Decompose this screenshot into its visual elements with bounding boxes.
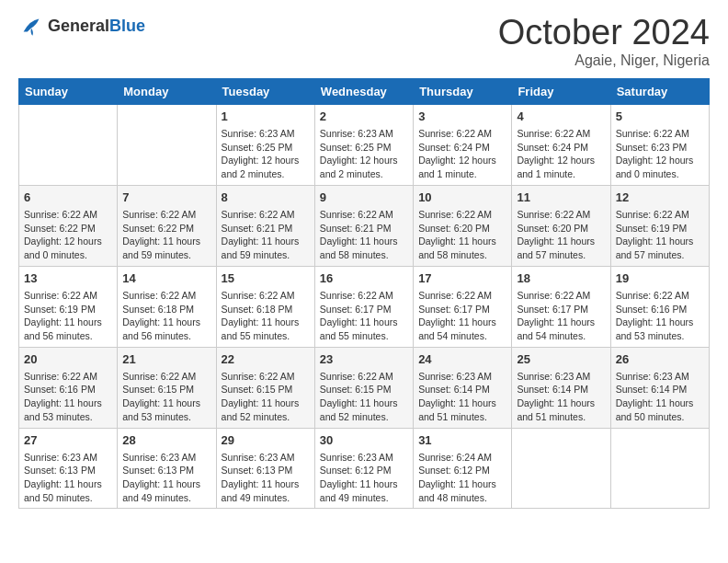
day-info-line: and 52 minutes. [222,410,310,424]
day-info-line: Daylight: 11 hours [616,316,704,329]
day-info-line: Daylight: 11 hours [517,235,605,248]
day-info-line: Daylight: 11 hours [122,396,210,410]
day-info-line: and 2 minutes. [222,167,310,181]
day-info-line: Sunset: 6:17 PM [320,303,408,316]
week-row-5: 27Sunrise: 6:23 AMSunset: 6:13 PMDayligh… [19,428,710,509]
day-info-line: Daylight: 11 hours [222,235,310,248]
day-info-line: and 1 minute. [418,167,506,181]
title-block: October 2024 Agaie, Niger, Nigeria [498,14,710,69]
day-info-line: Sunset: 6:13 PM [24,464,112,477]
day-info-line: and 51 minutes. [418,410,506,424]
day-number: 19 [616,270,704,287]
calendar-cell: 13Sunrise: 6:22 AMSunset: 6:19 PMDayligh… [19,266,118,347]
day-info-line: Sunset: 6:20 PM [517,222,605,236]
day-number: 28 [122,432,210,449]
day-info-line: Sunset: 6:16 PM [616,303,704,316]
day-number: 12 [616,190,704,206]
day-info-line: Sunrise: 6:22 AM [320,208,408,222]
day-info-line: Sunset: 6:14 PM [517,383,605,396]
day-info-line: and 49 minutes. [222,491,310,505]
calendar-cell: 20Sunrise: 6:22 AMSunset: 6:16 PMDayligh… [19,347,118,428]
calendar-cell: 23Sunrise: 6:22 AMSunset: 6:15 PMDayligh… [314,347,413,428]
header: GeneralBlue October 2024 Agaie, Niger, N… [18,14,710,69]
calendar-cell: 31Sunrise: 6:24 AMSunset: 6:12 PMDayligh… [414,428,512,509]
calendar-cell [19,104,118,185]
day-info-line: Sunset: 6:14 PM [418,383,506,396]
day-info-line: Daylight: 11 hours [616,235,704,248]
calendar-cell: 7Sunrise: 6:22 AMSunset: 6:22 PMDaylight… [118,185,216,266]
day-info-line: Sunrise: 6:22 AM [616,289,704,303]
logo-text: GeneralBlue [48,17,145,36]
logo: GeneralBlue [18,14,145,40]
day-number: 25 [517,351,605,368]
day-number: 22 [222,351,310,368]
day-info-line: Sunrise: 6:22 AM [122,289,210,303]
calendar-cell: 3Sunrise: 6:22 AMSunset: 6:24 PMDaylight… [414,104,512,185]
day-number: 23 [320,351,408,368]
day-info-line: Daylight: 11 hours [517,396,605,410]
calendar-cell: 19Sunrise: 6:22 AMSunset: 6:16 PMDayligh… [610,266,709,347]
day-info-line: Daylight: 11 hours [418,316,506,329]
day-info-line: and 1 minute. [517,167,605,181]
week-row-2: 6Sunrise: 6:22 AMSunset: 6:22 PMDaylight… [19,185,710,266]
day-info-line: Sunrise: 6:22 AM [616,127,704,141]
day-info-line: Daylight: 11 hours [517,316,605,329]
day-info-line: Daylight: 11 hours [222,396,310,410]
day-number: 18 [517,270,605,287]
day-info-line: Sunset: 6:22 PM [24,222,112,236]
day-info-line: Sunrise: 6:23 AM [616,370,704,384]
calendar-cell: 17Sunrise: 6:22 AMSunset: 6:17 PMDayligh… [414,266,512,347]
day-info-line: Sunset: 6:21 PM [222,222,310,236]
day-info-line: Daylight: 11 hours [24,477,112,491]
calendar-cell: 24Sunrise: 6:23 AMSunset: 6:14 PMDayligh… [414,347,512,428]
day-info-line: and 59 minutes. [122,248,210,262]
day-info-line: Daylight: 11 hours [320,477,408,491]
day-info-line: Sunset: 6:21 PM [320,222,408,236]
calendar-cell: 21Sunrise: 6:22 AMSunset: 6:15 PMDayligh… [118,347,216,428]
calendar-cell: 10Sunrise: 6:22 AMSunset: 6:20 PMDayligh… [414,185,512,266]
day-info-line: and 57 minutes. [517,248,605,262]
day-number: 1 [222,109,310,125]
calendar-cell: 22Sunrise: 6:22 AMSunset: 6:15 PMDayligh… [216,347,314,428]
day-header-tuesday: Tuesday [216,78,314,104]
day-info-line: Sunset: 6:12 PM [418,464,506,477]
day-info-line: Sunrise: 6:23 AM [24,451,112,465]
calendar-cell: 25Sunrise: 6:23 AMSunset: 6:14 PMDayligh… [512,347,610,428]
day-info-line: Sunset: 6:15 PM [320,383,408,396]
day-info-line: Sunrise: 6:23 AM [418,370,506,384]
day-number: 5 [616,109,704,125]
day-number: 7 [122,190,210,206]
day-info-line: Sunset: 6:13 PM [122,464,210,477]
calendar-cell: 16Sunrise: 6:22 AMSunset: 6:17 PMDayligh… [314,266,413,347]
header-row: SundayMondayTuesdayWednesdayThursdayFrid… [19,78,710,104]
day-number: 14 [122,270,210,287]
day-info-line: Sunset: 6:18 PM [122,303,210,316]
day-info-line: Sunrise: 6:23 AM [222,127,310,141]
month-title: October 2024 [498,14,710,52]
day-info-line: Daylight: 11 hours [122,235,210,248]
day-number: 20 [24,351,112,368]
day-number: 15 [222,270,310,287]
day-info-line: and 0 minutes. [616,167,704,181]
day-info-line: Sunrise: 6:23 AM [517,370,605,384]
day-number: 3 [418,109,506,125]
day-info-line: and 59 minutes. [222,248,310,262]
day-info-line: and 49 minutes. [320,491,408,505]
day-info-line: Sunrise: 6:22 AM [418,127,506,141]
calendar-cell: 12Sunrise: 6:22 AMSunset: 6:19 PMDayligh… [610,185,709,266]
day-info-line: Sunset: 6:25 PM [320,141,408,155]
day-info-line: Sunset: 6:24 PM [517,141,605,155]
calendar-cell: 1Sunrise: 6:23 AMSunset: 6:25 PMDaylight… [216,104,314,185]
day-info-line: Daylight: 11 hours [320,316,408,329]
calendar-cell [118,104,216,185]
day-number: 16 [320,270,408,287]
day-info-line: Sunrise: 6:22 AM [418,289,506,303]
day-number: 21 [122,351,210,368]
calendar-cell: 4Sunrise: 6:22 AMSunset: 6:24 PMDaylight… [512,104,610,185]
day-info-line: Sunrise: 6:22 AM [24,289,112,303]
day-info-line: and 54 minutes. [418,329,506,343]
day-info-line: and 50 minutes. [24,491,112,505]
day-info-line: Daylight: 11 hours [320,235,408,248]
day-info-line: Sunrise: 6:22 AM [418,208,506,222]
day-info-line: Daylight: 12 hours [24,235,112,248]
